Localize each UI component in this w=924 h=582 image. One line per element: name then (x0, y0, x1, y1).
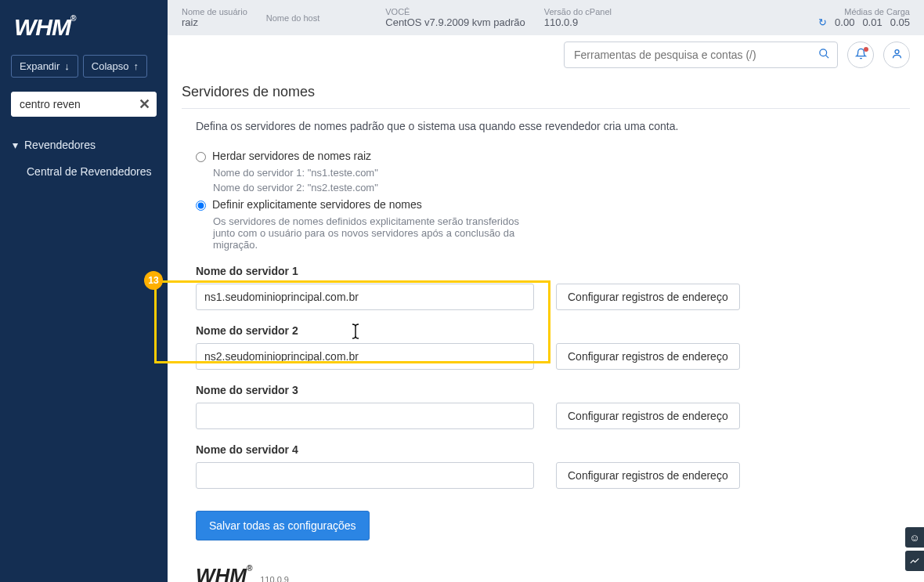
notification-dot-icon (864, 47, 868, 52)
cpanel-value: 110.0.9 (544, 16, 612, 28)
radio-inherit-label: Herdar servidores de nomes raiz (212, 150, 371, 162)
arrow-down-icon: ↓ (64, 60, 70, 72)
user-icon (891, 48, 903, 62)
nav-item-central-revendedores[interactable]: Central de Revendedores (0, 159, 168, 184)
radio-inherit-sub2: Nome do servidor 2: "ns2.teste.com" (196, 182, 910, 193)
expand-button[interactable]: Expandir ↓ (11, 55, 78, 78)
user-value: raiz (182, 16, 247, 28)
ns2-input[interactable] (196, 343, 534, 370)
load-3: 0.05 (890, 16, 910, 28)
main-content: Servidores de nomes Defina os servidores… (168, 74, 924, 582)
ns4-label: Nome do servidor 4 (196, 443, 910, 456)
chevron-down-icon: ▾ (13, 139, 18, 151)
user-label: Nome de usuário (182, 7, 247, 16)
annotation-badge: 13 (144, 271, 163, 290)
page-description: Defina os servidores de nomes padrão que… (182, 120, 910, 132)
ns4-configure-button[interactable]: Configurar registros de endereço (556, 462, 740, 489)
arrow-up-icon: ↑ (134, 60, 139, 72)
svg-line-1 (825, 55, 828, 58)
ns3-configure-button[interactable]: Configurar registros de endereço (556, 403, 740, 429)
page-title: Servidores de nomes (182, 74, 910, 108)
ns3-label: Nome do servidor 3 (196, 384, 910, 396)
ns1-configure-button[interactable]: Configurar registros de endereço (556, 284, 740, 310)
side-tabs: ☺ (905, 527, 924, 574)
tool-search-input[interactable] (564, 42, 838, 68)
radio-explicit-sub: Os servidores de nomes definidos explici… (196, 215, 540, 251)
user-menu-button[interactable] (883, 42, 910, 68)
collapse-button[interactable]: Colapso ↑ (83, 55, 147, 78)
ns4-input[interactable] (196, 462, 534, 489)
text-cursor-icon (351, 324, 360, 342)
ns2-label: Nome do servidor 2 (196, 324, 910, 337)
subbar (168, 35, 924, 74)
radio-explicit[interactable] (196, 201, 206, 211)
os-label: VOCÊ (385, 7, 525, 16)
radio-inherit[interactable] (196, 152, 206, 162)
ns2-configure-button[interactable]: Configurar registros de endereço (556, 343, 740, 370)
ns1-label: Nome do servidor 1 (196, 265, 910, 277)
refresh-icon[interactable]: ↻ (818, 16, 827, 28)
search-icon[interactable] (818, 48, 830, 62)
topbar: Nome de usuário raiz Nome do host VOCÊ C… (168, 0, 924, 35)
side-tab-2[interactable] (905, 551, 924, 571)
side-tab-1[interactable]: ☺ (905, 527, 924, 548)
ns3-input[interactable] (196, 403, 534, 429)
notifications-button[interactable] (847, 42, 874, 68)
ns1-input[interactable] (196, 284, 534, 310)
footer: WHM® 110.0.9 Casa Marcas comerciais Polí… (182, 540, 910, 582)
svg-point-0 (820, 49, 827, 56)
cpanel-label: Versão do cPanel (544, 7, 612, 16)
load-label: Médias de Carga (818, 7, 910, 16)
radio-explicit-label: Definir explicitamente servidores de nom… (212, 198, 422, 211)
load-2: 0.01 (862, 16, 882, 28)
whm-logo: WHM® (0, 0, 168, 47)
footer-logo: WHM® (196, 564, 252, 582)
radio-inherit-sub1: Nome do servidor 1: "ns1.teste.com" (196, 167, 910, 179)
sidebar-search-input[interactable] (11, 92, 157, 117)
os-value: CentOS v7.9.2009 kvm padrão (385, 16, 525, 28)
sidebar: WHM® Expandir ↓ Colapso ↑ ✕ ▾ Revendedor… (0, 0, 168, 582)
clear-search-icon[interactable]: ✕ (139, 96, 150, 113)
host-label: Nome do host (266, 13, 319, 23)
nav-section-revendedores[interactable]: ▾ Revendedores (0, 131, 168, 159)
load-1: 0.00 (835, 16, 854, 28)
save-button[interactable]: Salvar todas as configurações (196, 511, 370, 540)
footer-version: 110.0.9 (260, 575, 289, 582)
svg-point-2 (895, 50, 899, 54)
